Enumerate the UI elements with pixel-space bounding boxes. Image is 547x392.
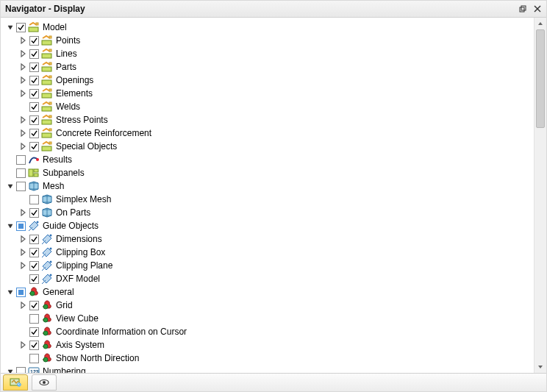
- restore-icon: [519, 5, 526, 13]
- checkbox[interactable]: [29, 274, 39, 284]
- collapse-icon[interactable]: [6, 182, 15, 190]
- tree-item-mesh[interactable]: Mesh: [4, 179, 522, 193]
- checkbox[interactable]: [29, 129, 39, 138]
- checkbox[interactable]: [16, 221, 26, 231]
- expand-icon[interactable]: [19, 115, 28, 124]
- scroll-thumb[interactable]: [536, 29, 545, 128]
- tree-item-north[interactable]: Show North Direction: [4, 352, 522, 365]
- checkbox[interactable]: [29, 115, 39, 125]
- checkbox[interactable]: [29, 314, 39, 324]
- tree-item-parts[interactable]: Parts: [4, 60, 522, 74]
- checkbox[interactable]: [29, 235, 39, 244]
- tree-item-label: Parts: [55, 60, 76, 74]
- tree-item-lines[interactable]: Lines: [4, 47, 522, 60]
- expand-icon[interactable]: [19, 235, 28, 243]
- tree-item-guide-objects[interactable]: Guide Objects: [4, 219, 522, 232]
- checkbox[interactable]: [16, 182, 26, 191]
- tree-item-clipping-box[interactable]: Clipping Box: [4, 246, 522, 259]
- checkbox[interactable]: [29, 36, 39, 46]
- expand-icon[interactable]: [19, 248, 28, 257]
- tree-item-dxf-model[interactable]: DXF Model: [4, 272, 522, 285]
- tree-item-clipping-plane[interactable]: Clipping Plane: [4, 259, 522, 272]
- mesh-icon: [41, 193, 53, 205]
- expand-icon[interactable]: [19, 89, 28, 98]
- tree-item-model[interactable]: Model: [4, 21, 522, 34]
- checkbox[interactable]: [29, 76, 39, 85]
- checkbox[interactable]: [16, 288, 26, 297]
- scroll-track[interactable]: [535, 29, 546, 361]
- tree-item-welds[interactable]: Welds: [4, 100, 522, 113]
- collapse-icon[interactable]: [6, 367, 15, 373]
- checkbox[interactable]: [29, 261, 39, 271]
- expand-icon[interactable]: [19, 129, 28, 138]
- checkbox[interactable]: [29, 142, 39, 152]
- tree-item-subpanels[interactable]: Subpanels: [4, 166, 522, 179]
- tree-item-label: Coordinate Information on Cursor: [55, 325, 187, 338]
- checkbox[interactable]: [29, 195, 39, 204]
- scroll-down-button[interactable]: [535, 361, 546, 373]
- expand-icon[interactable]: [19, 261, 28, 270]
- checkbox[interactable]: [29, 49, 39, 59]
- collapse-icon[interactable]: [6, 221, 15, 230]
- checkbox[interactable]: [29, 301, 39, 310]
- tree-item-label: Subpanels: [42, 166, 85, 179]
- collapse-icon[interactable]: [6, 23, 15, 32]
- tree-item-results[interactable]: Results: [4, 153, 522, 166]
- tree-item-stress-points[interactable]: Stress Points: [4, 113, 522, 126]
- tree-item-openings[interactable]: Openings: [4, 74, 522, 87]
- expand-icon[interactable]: [19, 63, 28, 71]
- panel-title: Navigator - Display: [4, 4, 514, 14]
- tree-item-special-objects[interactable]: Special Objects: [4, 140, 522, 153]
- collapse-icon[interactable]: [6, 288, 15, 296]
- checkbox[interactable]: [29, 248, 39, 257]
- checkbox[interactable]: [29, 89, 39, 99]
- checkbox[interactable]: [29, 208, 39, 218]
- tree-item-grid[interactable]: Grid: [4, 299, 522, 312]
- tree-item-elements[interactable]: Elements: [4, 87, 522, 100]
- tree-item-coord-cursor[interactable]: Coordinate Information on Cursor: [4, 325, 522, 338]
- expand-icon[interactable]: [19, 36, 28, 45]
- model-icon: [41, 140, 53, 152]
- tree-item-label: Numbering: [42, 365, 86, 373]
- eye-icon: [38, 377, 50, 388]
- tree-item-label: Simplex Mesh: [55, 193, 111, 206]
- display-tree[interactable]: ModelPointsLinesPartsOpeningsElementsWel…: [4, 21, 522, 373]
- expand-icon[interactable]: [19, 76, 28, 85]
- tree-item-general[interactable]: General: [4, 285, 522, 299]
- tree-item-view-cube[interactable]: View Cube: [4, 312, 522, 325]
- tab-display[interactable]: [3, 374, 28, 391]
- expand-icon[interactable]: [19, 208, 28, 217]
- checkbox[interactable]: [16, 367, 26, 374]
- tab-view[interactable]: [32, 374, 57, 391]
- close-button[interactable]: [532, 3, 543, 15]
- tree-item-numbering[interactable]: Numbering: [4, 365, 522, 373]
- checkbox[interactable]: [29, 102, 39, 112]
- tree-item-label: On Parts: [55, 206, 90, 219]
- vertical-scrollbar[interactable]: [534, 18, 546, 373]
- expand-icon[interactable]: [19, 341, 28, 349]
- tree-item-axis-system[interactable]: Axis System: [4, 338, 522, 352]
- guide-icon: [41, 273, 53, 285]
- tree-item-concrete-reinforcement[interactable]: Concrete Reinforcement: [4, 126, 522, 140]
- model-icon: [28, 21, 40, 33]
- tree-item-dimensions[interactable]: Dimensions: [4, 232, 522, 246]
- checkbox[interactable]: [16, 155, 26, 165]
- tree-item-label: Clipping Box: [55, 246, 105, 259]
- expand-icon[interactable]: [19, 142, 28, 151]
- expand-icon[interactable]: [19, 49, 28, 58]
- tree-item-simplex-mesh[interactable]: Simplex Mesh: [4, 193, 522, 206]
- checkbox[interactable]: [29, 354, 39, 363]
- scroll-up-button[interactable]: [535, 18, 546, 29]
- model-icon: [41, 48, 53, 60]
- checkbox[interactable]: [29, 341, 39, 350]
- checkbox[interactable]: [29, 327, 39, 337]
- checkbox[interactable]: [16, 168, 26, 178]
- checkbox[interactable]: [29, 63, 39, 72]
- checkbox[interactable]: [16, 23, 26, 32]
- restore-button[interactable]: [517, 3, 529, 15]
- expand-icon[interactable]: [19, 301, 28, 310]
- tree-item-points[interactable]: Points: [4, 34, 522, 47]
- subpanels-icon: [28, 167, 40, 179]
- scroll-up-icon: [537, 20, 544, 27]
- tree-item-on-parts[interactable]: On Parts: [4, 206, 522, 219]
